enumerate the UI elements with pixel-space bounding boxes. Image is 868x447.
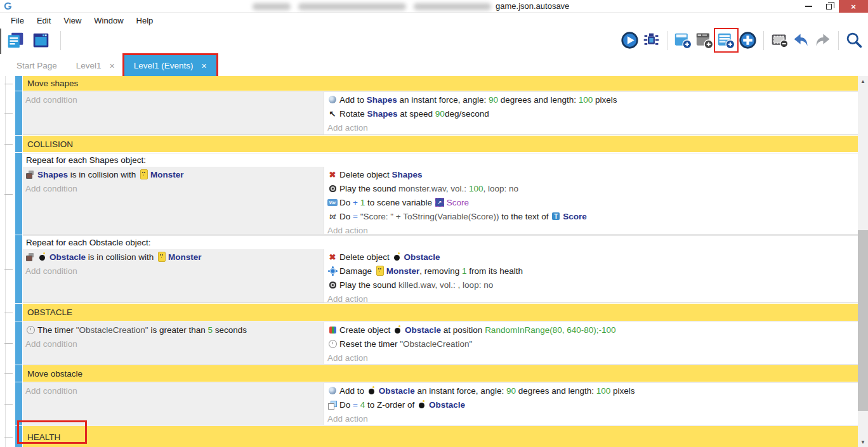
action-line[interactable]: Create object Obstacle at position Rando…: [327, 323, 858, 337]
tab-close-icon[interactable]: ×: [110, 61, 115, 71]
menu-help[interactable]: Help: [130, 13, 160, 29]
repeat-header[interactable]: Repeat for each Shapes object:: [23, 153, 858, 167]
add-condition-button[interactable]: Add condition: [25, 264, 324, 278]
event-obstacle-monster-collision[interactable]: Repeat for each Obstacle object:Obstacle…: [23, 235, 858, 303]
minimize-button[interactable]: [798, 0, 819, 13]
action-line[interactable]: Delete object Obstacle: [327, 250, 858, 264]
scroll-up-arrow-icon[interactable]: ▲: [858, 76, 868, 86]
event-selection-bar[interactable]: [15, 321, 22, 365]
text-segment: The timer: [37, 325, 76, 335]
scrollbar-thumb[interactable]: [858, 230, 868, 411]
redo-button[interactable]: [813, 30, 832, 50]
text-segment: to Z-order of: [365, 400, 417, 410]
restore-button[interactable]: [819, 0, 839, 13]
conditions-cell[interactable]: Add condition: [23, 383, 324, 425]
actions-cell[interactable]: Add to Obstacle an instant force, angle:…: [324, 383, 858, 425]
annotation-box-health: [17, 420, 87, 444]
event-selection-bar[interactable]: [15, 153, 22, 235]
add-scene-button[interactable]: [673, 30, 693, 50]
event-selection-bar[interactable]: [15, 365, 22, 382]
scroll-down-arrow-icon[interactable]: ▼: [858, 437, 868, 447]
vertical-scrollbar[interactable]: ▲ ▼: [858, 76, 868, 447]
add-external-layout-button[interactable]: [695, 30, 714, 50]
text-segment: is in collision with: [68, 170, 138, 179]
text-segment: to the text of: [499, 212, 551, 221]
add-condition-button[interactable]: Add condition: [25, 384, 324, 398]
group-health[interactable]: HEALTH: [23, 426, 858, 447]
close-button[interactable]: ×: [839, 0, 868, 13]
tab-level1-events[interactable]: Level1 (Events)×: [124, 55, 216, 76]
undo-button[interactable]: [791, 30, 811, 50]
action-line[interactable]: Reset the timer "ObstacleCreation": [327, 337, 858, 351]
event-shapes-monster-collision[interactable]: Repeat for each Shapes object:Shapes is …: [23, 153, 858, 235]
project-manager-button[interactable]: [6, 30, 25, 50]
event-selection-bar[interactable]: [15, 136, 22, 152]
conditions-cell[interactable]: Obstacle is in collision with MonsterAdd…: [23, 249, 324, 302]
remove-button[interactable]: [770, 30, 789, 50]
action-line[interactable]: Add to Shapes an instant force, angle: 9…: [327, 93, 858, 107]
text-segment: Damage: [339, 266, 374, 276]
conditions-cell[interactable]: The timer "ObstacleCreation" is greater …: [23, 322, 324, 364]
text-segment: Shapes: [392, 170, 423, 179]
add-new-button[interactable]: [738, 30, 758, 50]
actions-cell[interactable]: Delete object ObstacleDamage Monster, re…: [324, 249, 858, 302]
event-selection-bar[interactable]: [15, 91, 22, 135]
bomb-icon: [417, 399, 427, 410]
action-line[interactable]: Rotate Shapes at speed 90deg/second: [327, 107, 858, 120]
menu-window[interactable]: Window: [88, 13, 129, 29]
group-collision[interactable]: COLLISION: [23, 136, 858, 152]
add-condition-button[interactable]: Add condition: [25, 181, 324, 195]
group-label: Move obstacle: [27, 369, 82, 379]
tab-close-icon[interactable]: ×: [202, 61, 207, 71]
scene-editor-button[interactable]: [31, 30, 51, 50]
group-health-row: HEALTH: [15, 426, 858, 447]
event-obstacle-timer[interactable]: The timer "ObstacleCreation" is greater …: [23, 321, 858, 365]
undo-icon: [792, 31, 810, 49]
event-selection-bar[interactable]: [15, 304, 22, 321]
event-move-shapes[interactable]: Add conditionAdd to Shapes an instant fo…: [23, 91, 858, 135]
search-button[interactable]: [845, 30, 864, 50]
repeat-header[interactable]: Repeat for each Obstacle object:: [23, 236, 858, 249]
condition-line[interactable]: The timer "ObstacleCreation" is greater …: [25, 323, 324, 337]
event-selection-bar[interactable]: [15, 235, 22, 303]
menu-edit[interactable]: Edit: [30, 13, 57, 29]
actions-cell[interactable]: Add to Shapes an instant force, angle: 9…: [324, 92, 858, 134]
timer-icon: [25, 325, 36, 335]
action-line[interactable]: Play the sound monster.wav, vol.: 100, l…: [327, 181, 858, 195]
event-selection-bar[interactable]: [15, 76, 22, 91]
add-condition-button[interactable]: Add condition: [25, 93, 324, 107]
add-action-button[interactable]: Add action: [327, 351, 858, 365]
action-line[interactable]: Do = "Score: " + ToString(Variable(Score…: [327, 209, 858, 223]
action-line[interactable]: Do + 1 to scene variable Score: [327, 195, 858, 209]
debug-button[interactable]: [641, 30, 661, 50]
add-condition-button[interactable]: Add condition: [25, 337, 324, 351]
menu-view[interactable]: View: [57, 13, 88, 29]
bomb-icon: [37, 252, 48, 262]
event-selection-bar[interactable]: [15, 382, 22, 425]
monster-icon: [138, 169, 148, 179]
menu-file[interactable]: File: [4, 13, 30, 29]
action-line[interactable]: Play the sound killed.wav, vol.: , loop:…: [327, 278, 858, 292]
action-line[interactable]: Do = 4 to Z-order of Obstacle: [327, 398, 858, 411]
text-segment: 90: [435, 109, 445, 119]
play-button[interactable]: [620, 30, 640, 50]
group-move-obstacle[interactable]: Move obstacle: [23, 365, 858, 382]
conditions-cell[interactable]: Add condition: [23, 92, 324, 134]
condition-line[interactable]: Shapes is in collision with Monster: [25, 167, 324, 181]
actions-cell[interactable]: Create object Obstacle at position Rando…: [324, 322, 858, 364]
tab-level1[interactable]: Level1×: [67, 55, 124, 76]
add-action-button[interactable]: Add action: [327, 411, 858, 425]
action-line[interactable]: Delete object Shapes: [327, 167, 858, 181]
add-external-events-button[interactable]: [716, 30, 736, 50]
tab-start-page[interactable]: Start Page: [7, 55, 67, 76]
group-move-shapes[interactable]: Move shapes: [23, 76, 858, 91]
group-obstacle[interactable]: OBSTACLE: [23, 304, 858, 321]
add-action-button[interactable]: Add action: [327, 120, 858, 134]
conditions-cell[interactable]: Shapes is in collision with MonsterAdd c…: [23, 167, 324, 234]
actions-cell[interactable]: Delete object ShapesPlay the sound monst…: [324, 167, 858, 234]
action-line[interactable]: Add to Obstacle an instant force, angle:…: [327, 384, 858, 398]
condition-line[interactable]: Obstacle is in collision with Monster: [25, 250, 324, 264]
event-move-obstacle[interactable]: Add conditionAdd to Obstacle an instant …: [23, 382, 858, 425]
text-segment: at position: [441, 325, 485, 335]
action-line[interactable]: Damage Monster, removing 1 from its heal…: [327, 264, 858, 278]
